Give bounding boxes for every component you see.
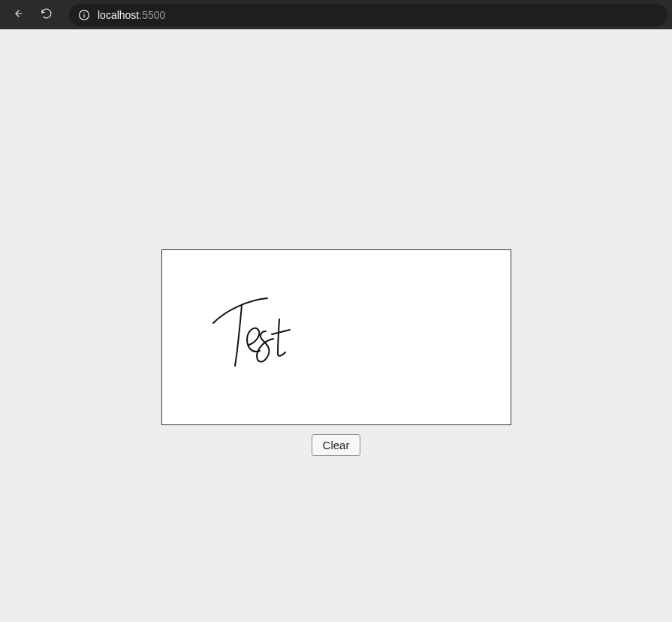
back-button[interactable] [5,4,32,26]
arrow-left-icon [11,7,25,23]
reload-icon [40,7,53,23]
info-icon [78,9,90,21]
signature-canvas[interactable] [161,249,511,425]
url-host: localhost [98,9,139,21]
button-row: Clear [312,434,361,456]
address-bar[interactable]: localhost:5500 [69,4,667,26]
reload-button[interactable] [33,4,60,26]
url-port: :5500 [139,9,165,21]
page-content: Clear [0,29,672,622]
handwriting-svg [162,250,512,426]
svg-point-2 [83,12,84,13]
url-text: localhost:5500 [98,9,165,21]
clear-button[interactable]: Clear [312,434,361,456]
browser-toolbar: localhost:5500 [0,0,672,29]
